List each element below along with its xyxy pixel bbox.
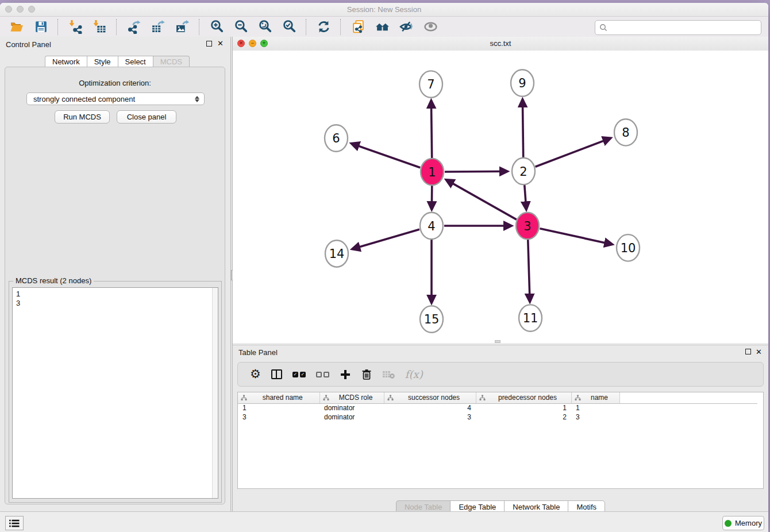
zoom-out-button[interactable] bbox=[232, 18, 249, 36]
open-session-icon bbox=[10, 20, 24, 34]
cell-MCDS-role[interactable]: dominator bbox=[319, 413, 384, 422]
import-network-button[interactable] bbox=[67, 18, 84, 36]
import-network-icon bbox=[68, 20, 83, 34]
mcds-result-title: MCDS result (2 nodes) bbox=[13, 276, 94, 285]
graph-node-14[interactable]: 14 bbox=[325, 240, 348, 267]
apply-layout-button[interactable] bbox=[315, 18, 332, 36]
column-header-predecessor-nodes[interactable]: predecessor nodes bbox=[476, 392, 571, 403]
cell-predecessor-nodes[interactable]: 2 bbox=[476, 413, 571, 422]
graph-node-8[interactable]: 8 bbox=[614, 119, 637, 145]
svg-text:15: 15 bbox=[424, 312, 440, 326]
column-header-shared-name[interactable]: shared name bbox=[238, 392, 319, 403]
control-panel-close-icon[interactable]: ✕ bbox=[217, 39, 224, 48]
hide-graphics-details-button[interactable] bbox=[398, 18, 415, 36]
table-row[interactable]: 1dominator411 bbox=[238, 403, 757, 413]
result-scrollbar[interactable] bbox=[212, 288, 218, 498]
import-table-button[interactable] bbox=[91, 18, 108, 36]
graph-node-6[interactable]: 6 bbox=[325, 125, 348, 151]
graph-edge-1-7[interactable] bbox=[431, 101, 432, 159]
cell-name[interactable]: 3 bbox=[571, 413, 619, 422]
graph-node-2[interactable]: 2 bbox=[512, 158, 535, 184]
search-box[interactable] bbox=[595, 20, 761, 35]
graph-node-3[interactable]: 3 bbox=[516, 213, 539, 239]
select-all-checkboxes-icon[interactable]: ✓✓ bbox=[292, 367, 306, 382]
graph-edge-1-6[interactable] bbox=[352, 144, 421, 168]
tab-style[interactable]: Style bbox=[87, 56, 118, 68]
tab-mcds[interactable]: MCDS bbox=[153, 56, 190, 68]
first-neighbors-button[interactable] bbox=[374, 18, 391, 36]
table-panel-close-icon[interactable]: ✕ bbox=[756, 348, 762, 356]
tab-network[interactable]: Network bbox=[45, 56, 87, 68]
graph-node-11[interactable]: 11 bbox=[519, 304, 542, 331]
graph-edge-3-11[interactable] bbox=[528, 238, 530, 302]
graph-edge-3-1[interactable] bbox=[446, 180, 516, 219]
graph-node-7[interactable]: 7 bbox=[419, 71, 442, 97]
split-columns-icon[interactable] bbox=[271, 367, 282, 382]
toolbar-separator bbox=[116, 19, 117, 35]
delete-columns-trash-icon[interactable] bbox=[361, 367, 372, 382]
column-header-name[interactable]: name bbox=[571, 392, 619, 403]
graph-edge-1-2[interactable] bbox=[445, 171, 507, 172]
table-row[interactable]: 3dominator323 bbox=[238, 413, 757, 422]
graph-edge-1-4[interactable] bbox=[432, 184, 432, 209]
memory-button[interactable]: Memory bbox=[722, 516, 764, 530]
function-builder-icon[interactable]: f(x) bbox=[405, 367, 423, 382]
control-panel: Control Panel ✕ NetworkStyleSelectMCDS O… bbox=[0, 37, 230, 511]
network-graph: 1234678910111415 bbox=[233, 51, 768, 343]
export-image-button[interactable] bbox=[174, 18, 191, 36]
cell-shared-name[interactable]: 1 bbox=[238, 403, 319, 413]
control-panel-float-icon[interactable] bbox=[206, 41, 212, 47]
node-table: shared nameMCDS rolesuccessor nodesprede… bbox=[237, 392, 764, 489]
run-mcds-button[interactable]: Run MCDS bbox=[55, 110, 110, 124]
show-graphics-eye-button[interactable] bbox=[422, 18, 439, 36]
table-panel-float-icon[interactable] bbox=[745, 349, 751, 354]
control-panel-title: Control Panel bbox=[6, 40, 51, 49]
gear-icon[interactable]: ⚙ bbox=[250, 367, 261, 382]
mcds-tab-content: Optimization criterion: strongly connect… bbox=[5, 67, 225, 504]
zoom-fit-button[interactable] bbox=[256, 18, 274, 36]
graph-node-15[interactable]: 15 bbox=[420, 306, 443, 332]
cell-successor-nodes[interactable]: 4 bbox=[384, 403, 476, 413]
tab-select[interactable]: Select bbox=[118, 56, 153, 68]
open-session-button[interactable] bbox=[8, 18, 25, 36]
delete-table-icon[interactable] bbox=[382, 367, 395, 382]
toolbar-separator bbox=[340, 19, 341, 35]
graph-edge-2-3[interactable] bbox=[525, 184, 526, 210]
graph-node-10[interactable]: 10 bbox=[617, 234, 640, 261]
close-panel-button[interactable]: Close panel bbox=[117, 110, 176, 124]
graph-edge-4-14[interactable] bbox=[352, 229, 419, 249]
graph-edge-2-8[interactable] bbox=[536, 138, 611, 167]
save-session-button[interactable] bbox=[32, 18, 49, 36]
network-canvas[interactable]: 1234678910111415 bbox=[233, 51, 768, 343]
export-network-button[interactable] bbox=[125, 18, 143, 36]
cell-name[interactable]: 1 bbox=[571, 403, 619, 413]
zoom-in-button[interactable] bbox=[208, 18, 225, 36]
optimization-select[interactable]: strongly connected component bbox=[26, 92, 205, 105]
column-header-successor-nodes[interactable]: successor nodes bbox=[384, 392, 476, 403]
svg-text:6: 6 bbox=[332, 131, 340, 145]
cell-successor-nodes[interactable]: 3 bbox=[384, 413, 476, 422]
table-panel-title: Table Panel bbox=[238, 348, 278, 357]
column-header-MCDS-role[interactable]: MCDS role bbox=[319, 392, 384, 403]
cell-MCDS-role[interactable]: dominator bbox=[319, 403, 384, 413]
hide-graphics-details-icon bbox=[399, 20, 414, 34]
mcds-result-text[interactable]: 1 3 bbox=[12, 287, 218, 499]
graph-edge-3-10[interactable] bbox=[540, 229, 613, 245]
search-input[interactable] bbox=[607, 22, 761, 33]
zoom-selected-button[interactable] bbox=[280, 18, 298, 36]
horizontal-splitter-grip[interactable] bbox=[495, 340, 500, 343]
cell-shared-name[interactable]: 3 bbox=[238, 413, 319, 422]
clear-selection-checkboxes-icon[interactable] bbox=[316, 367, 329, 382]
graph-edge-2-9[interactable] bbox=[522, 99, 523, 159]
add-column-icon[interactable] bbox=[340, 367, 351, 382]
export-table-button[interactable] bbox=[149, 18, 167, 36]
svg-text:8: 8 bbox=[622, 125, 629, 140]
cell-predecessor-nodes[interactable]: 1 bbox=[476, 403, 571, 413]
graph-node-4[interactable]: 4 bbox=[420, 213, 443, 239]
graph-node-1[interactable]: 1 bbox=[421, 159, 444, 185]
duplicate-network-button[interactable] bbox=[349, 18, 367, 36]
network-view-window: ✕ − + scc.txt 1234678910111415 bbox=[233, 37, 768, 343]
task-history-button[interactable] bbox=[5, 516, 24, 530]
graph-node-9[interactable]: 9 bbox=[511, 70, 534, 96]
svg-text:9: 9 bbox=[518, 76, 526, 90]
